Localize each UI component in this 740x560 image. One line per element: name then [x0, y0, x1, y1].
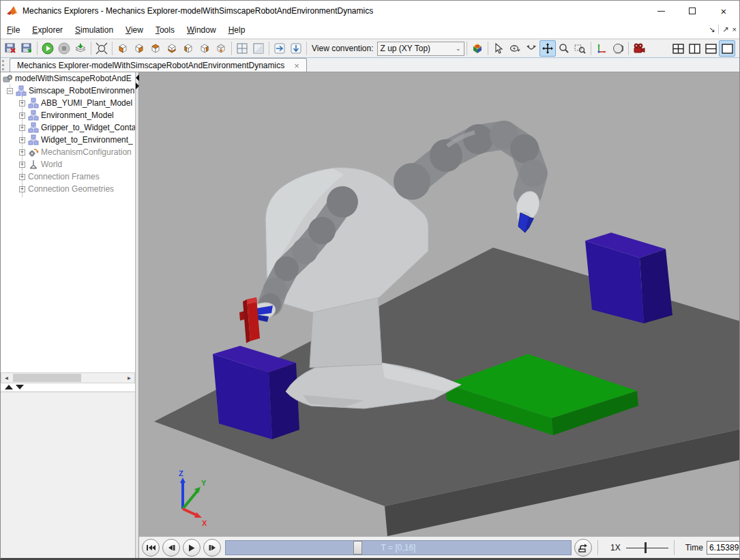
minimize-button[interactable]: [645, 1, 677, 21]
view-top-button[interactable]: [147, 40, 164, 57]
time-slider-thumb[interactable]: [353, 541, 362, 555]
menu-file[interactable]: File: [1, 23, 26, 38]
scroll-track[interactable]: [12, 373, 124, 383]
menu-explorer[interactable]: Explorer: [26, 23, 69, 38]
view-convention-select[interactable]: Z up (XY Top) ⌄: [377, 42, 464, 56]
expand-expander[interactable]: +: [19, 113, 25, 119]
pan-button[interactable]: [539, 40, 556, 57]
single-view-button[interactable]: [250, 40, 267, 57]
subsystem-icon: [28, 122, 39, 133]
splitter-collapse-down-icon[interactable]: [16, 385, 24, 389]
subsystem-icon: [16, 85, 27, 96]
zoom-button[interactable]: [556, 40, 572, 57]
step-back-icon: [168, 544, 175, 551]
scroll-thumb[interactable]: [13, 374, 81, 382]
tree-item-abb-yumi-plant-model[interactable]: + ABB_YUMI_Plant_Model: [1, 97, 135, 109]
view-bottom-button[interactable]: [164, 40, 180, 57]
view-convention-value: Z up (XY Top): [381, 44, 431, 53]
tree-item-gripper-to-widget-contact[interactable]: + Gripper_to_Widget_Conta: [1, 121, 135, 134]
layout-hsplit-button[interactable]: [702, 40, 719, 57]
expand-expander[interactable]: +: [19, 125, 25, 131]
expand-expander[interactable]: +: [19, 174, 25, 180]
time-slider[interactable]: T = [0,16]: [225, 540, 572, 555]
expand-expander[interactable]: +: [19, 149, 25, 156]
expand-expander[interactable]: +: [19, 162, 25, 168]
video-camera-icon: [633, 43, 645, 54]
view-right-button[interactable]: [196, 40, 213, 57]
tree-item-widget-to-environment[interactable]: + Widget_to_Environment_: [1, 134, 135, 146]
speed-slider[interactable]: [626, 542, 668, 554]
view-back-button[interactable]: [131, 40, 147, 57]
view-left-button[interactable]: [180, 40, 196, 57]
collapse-expander[interactable]: −: [7, 88, 13, 94]
tree-item-root[interactable]: modelWithSimscapeRobotAndE: [1, 72, 135, 85]
save-as-explorer-button[interactable]: [18, 40, 35, 57]
menu-view[interactable]: View: [119, 23, 149, 38]
layout-single-button[interactable]: [719, 40, 735, 57]
global-sphere-button[interactable]: [610, 40, 626, 57]
arrow-right-view-button[interactable]: [271, 40, 288, 57]
orbit-button[interactable]: [507, 40, 523, 57]
panel-close-icon[interactable]: ×: [732, 26, 737, 33]
scene-canvas[interactable]: Z Y X: [139, 72, 740, 536]
splitter-collapse-up-icon[interactable]: [5, 385, 13, 389]
tree-item-simscape-robotenvironment[interactable]: − Simscape_RobotEnvironmen: [1, 85, 135, 97]
maximize-button[interactable]: [677, 1, 708, 21]
mechanism-config-icon: [28, 147, 39, 158]
chevron-down-icon: ⌄: [456, 45, 461, 52]
time-input[interactable]: 6.153891: [707, 541, 740, 555]
zoom-region-button[interactable]: [572, 40, 589, 57]
stop-button[interactable]: [56, 40, 72, 57]
viewport-3d[interactable]: Z Y X: [139, 72, 740, 536]
frame-display-button[interactable]: [593, 40, 610, 57]
layout-quad-button[interactable]: [670, 40, 686, 57]
export-animation-button[interactable]: [72, 40, 89, 57]
dock-arrow-icon[interactable]: ↘: [709, 26, 715, 33]
record-video-button[interactable]: [631, 40, 647, 57]
menu-simulation[interactable]: Simulation: [69, 23, 119, 38]
tree-horizontal-scrollbar[interactable]: ◄ ►: [1, 372, 135, 383]
zoom-to-fit-button[interactable]: [93, 40, 110, 57]
roll-button[interactable]: [523, 40, 539, 57]
view-front-button[interactable]: [115, 40, 131, 57]
speed-slider-thumb[interactable]: [645, 542, 647, 553]
close-icon: ×: [721, 6, 727, 16]
tree-item-connection-geometries[interactable]: + Connection Geometries: [1, 183, 135, 195]
layout-vsplit-button[interactable]: [686, 40, 702, 57]
menu-help[interactable]: Help: [222, 23, 252, 38]
visual-settings-button[interactable]: [469, 40, 486, 57]
tree-item-world[interactable]: + World: [1, 158, 135, 171]
run-button[interactable]: [40, 40, 56, 57]
close-button[interactable]: ×: [708, 1, 739, 21]
expand-expander[interactable]: +: [19, 186, 25, 192]
save-explorer-button[interactable]: [2, 40, 18, 57]
scroll-left-icon[interactable]: ◄: [1, 373, 12, 383]
step-back-button[interactable]: [162, 539, 180, 557]
view-isometric-button[interactable]: [213, 40, 229, 57]
step-forward-button[interactable]: [203, 539, 221, 557]
four-pane-icon: [237, 43, 248, 54]
loop-playback-button[interactable]: [574, 539, 592, 557]
go-to-start-button[interactable]: [142, 539, 160, 557]
skip-to-start-icon: [146, 544, 156, 551]
expand-expander[interactable]: +: [19, 137, 25, 143]
expand-expander[interactable]: +: [19, 100, 25, 106]
undock-icon[interactable]: ↗: [722, 26, 728, 33]
tree-item-connection-frames[interactable]: + Connection Frames: [1, 171, 135, 183]
menu-window[interactable]: Window: [181, 23, 222, 38]
tab-mechanics-explorer[interactable]: Mechanics Explorer-modelWithSimscapeRobo…: [10, 58, 307, 72]
scroll-right-icon[interactable]: ►: [124, 373, 134, 383]
tab-grip-handle[interactable]: [2, 60, 5, 70]
quad-view-button[interactable]: [234, 40, 250, 57]
select-pointer-button[interactable]: [490, 40, 507, 57]
menu-tools[interactable]: Tools: [149, 23, 181, 38]
cube-top-icon: [150, 43, 161, 54]
tree-item-mechanism-configuration[interactable]: + MechanismConfiguration: [1, 146, 135, 158]
tree-item-environment-model[interactable]: + Environment_Model: [1, 109, 135, 121]
play-animation-button[interactable]: [183, 539, 201, 557]
tab-close-icon[interactable]: ×: [294, 61, 299, 70]
stop-icon: [58, 42, 70, 55]
title-bar[interactable]: Mechanics Explorers - Mechanics Explorer…: [1, 1, 739, 21]
arrow-down-view-button[interactable]: [288, 40, 304, 57]
cube-bottom-icon: [166, 43, 177, 54]
